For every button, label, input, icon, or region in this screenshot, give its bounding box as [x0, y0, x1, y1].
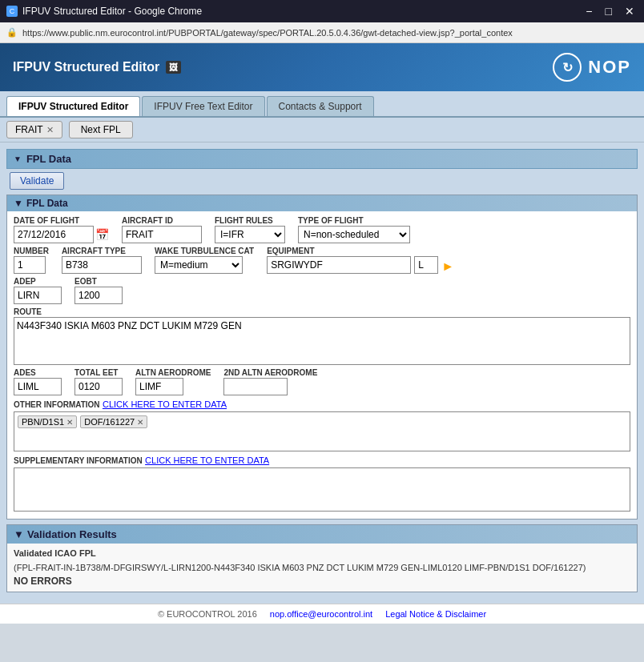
total-eet-input[interactable]: [74, 378, 123, 395]
tag-dof-text: DOF/161227: [84, 417, 135, 427]
sub-tab-frait[interactable]: FRAIT ✕: [6, 121, 62, 138]
validation-content: Validated ICAO FPL (FPL-FRAIT-IN-1B738/M…: [14, 548, 630, 572]
second-altn-label: 2ND ALTN AERODROME: [223, 368, 317, 377]
lock-icon: 🔒: [6, 27, 18, 38]
date-of-flight-group: DATE OF FLIGHT 📅: [14, 216, 109, 243]
fpl-box-header: ▼ FPL Data: [7, 195, 637, 211]
fpl-box-arrow: ▼: [14, 198, 23, 209]
form-row-3: ADEP EOBT: [14, 277, 630, 304]
minimize-button[interactable]: −: [582, 5, 595, 18]
type-of-flight-select[interactable]: N=non-scheduled S=scheduled G=general M=…: [298, 226, 410, 243]
legal-notice-link[interactable]: Legal Notice & Disclaimer: [385, 609, 486, 619]
altn-row: ADES TOTAL EET ALTN AERODROME 2ND ALTN A…: [14, 368, 630, 395]
close-button[interactable]: ✕: [622, 5, 638, 18]
total-eet-group: TOTAL EET: [74, 368, 123, 395]
tag-pbn-remove-icon[interactable]: ✕: [66, 418, 73, 427]
other-info-section: OTHER INFORMATION CLICK HERE TO ENTER DA…: [14, 399, 630, 410]
section-title: FPL Data: [26, 153, 71, 165]
tag-dof-remove-icon[interactable]: ✕: [137, 418, 143, 427]
frait-label: FRAIT: [15, 124, 43, 135]
date-field-wrap: 📅: [14, 226, 109, 243]
nop-logo-text: NOP: [588, 57, 631, 78]
number-group: NUMBER: [14, 247, 49, 274]
tag-pbn: PBN/D1S1 ✕: [18, 415, 77, 428]
frait-close-icon[interactable]: ✕: [46, 125, 54, 135]
tab-ifpuv-free-text-editor[interactable]: IFPUV Free Text Editor: [142, 96, 264, 116]
title-bar: C IFPUV Structured Editor - Google Chrom…: [0, 0, 644, 22]
supp-info-click-link[interactable]: CLICK HERE TO ENTER DATA: [145, 455, 269, 465]
tab-contacts-support[interactable]: Contacts & Support: [267, 96, 374, 116]
other-info-tags-area: PBN/D1S1 ✕ DOF/161227 ✕: [14, 411, 630, 451]
footer: © EUROCONTROL 2016 nop.office@eurocontro…: [0, 604, 644, 624]
no-errors-text: NO ERRORS: [14, 576, 630, 587]
equipment-arrow-icon[interactable]: ►: [441, 259, 454, 274]
app-header: IFPUV Structured Editor 🖼 ↻ NOP: [0, 43, 644, 91]
number-input[interactable]: [14, 256, 46, 274]
sub-tab-bar: FRAIT ✕ Next FPL: [0, 118, 644, 142]
aircraft-type-input[interactable]: [62, 256, 142, 274]
validated-label: Validated ICAO FPL: [14, 548, 96, 558]
adep-group: ADEP: [14, 277, 62, 304]
ades-label: ADES: [14, 368, 62, 377]
flight-rules-label: FLIGHT RULES: [215, 216, 285, 225]
wake-turbulence-select[interactable]: L=light M=medium H=heavy J=super: [155, 256, 243, 274]
section-arrow-icon: ▼: [14, 154, 22, 163]
wake-turbulence-label: WAKE TURBULENCE CAT: [155, 247, 254, 255]
total-eet-label: TOTAL EET: [74, 368, 123, 377]
route-textarea[interactable]: N443F340 ISKIA M603 PNZ DCT LUKIM M729 G…: [14, 317, 630, 365]
form-row-2: NUMBER AIRCRAFT TYPE WAKE TURBULENCE CAT…: [14, 247, 630, 274]
aircraft-id-input[interactable]: [122, 226, 202, 243]
validation-title: Validation Results: [27, 528, 117, 540]
app-title-area: IFPUV Structured Editor 🖼: [13, 60, 181, 74]
calendar-icon[interactable]: 📅: [95, 228, 109, 241]
window-title: IFPUV Structured Editor - Google Chrome: [22, 6, 202, 17]
equipment-label: EQUIPMENT: [267, 247, 454, 255]
supp-info-textarea[interactable]: [14, 467, 630, 512]
aircraft-id-group: AIRCRAFT ID: [122, 216, 202, 243]
altn-label: ALTN AERODROME: [135, 368, 211, 377]
tab-ifpuv-structured-editor[interactable]: IFPUV Structured Editor: [6, 96, 140, 116]
altn-input[interactable]: [135, 378, 183, 395]
altn-group: ALTN AERODROME: [135, 368, 211, 395]
aircraft-id-label: AIRCRAFT ID: [122, 216, 202, 225]
logo-area: ↻ NOP: [553, 53, 631, 82]
date-of-flight-input[interactable]: [14, 226, 94, 243]
route-label: ROUTE: [14, 307, 630, 316]
other-info-click-link[interactable]: CLICK HERE TO ENTER DATA: [103, 399, 227, 409]
address-bar: 🔒 https://www.public.nm.eurocontrol.int/…: [0, 22, 644, 43]
copyright-text: © EUROCONTROL 2016: [158, 609, 257, 619]
adep-label: ADEP: [14, 277, 62, 286]
eobt-group: EOBT: [74, 277, 123, 304]
validation-arrow-icon: ▼: [14, 528, 24, 540]
supp-info-section: SUPPLEMENTARY INFORMATION CLICK HERE TO …: [14, 455, 630, 466]
maximize-button[interactable]: □: [602, 5, 615, 18]
address-text[interactable]: https://www.public.nm.eurocontrol.int/PU…: [22, 28, 638, 38]
wake-turbulence-group: WAKE TURBULENCE CAT L=light M=medium H=h…: [155, 247, 254, 274]
second-altn-group: 2ND ALTN AERODROME: [223, 368, 317, 395]
ades-group: ADES: [14, 368, 62, 395]
validation-header: ▼ Validation Results: [7, 525, 637, 544]
type-of-flight-label: TYPE OF FLIGHT: [298, 216, 410, 225]
email-link[interactable]: nop.office@eurocontrol.int: [270, 609, 372, 619]
fpl-data-section-header: ▼ FPL Data: [6, 149, 638, 169]
flight-rules-select[interactable]: I=IFR V=VFR Y=IFR first Z=VFR first: [215, 226, 285, 243]
eobt-label: EOBT: [74, 277, 123, 286]
flight-rules-group: FLIGHT RULES I=IFR V=VFR Y=IFR first Z=V…: [215, 216, 285, 243]
app-title-text: IFPUV Structured Editor: [13, 60, 159, 74]
adep-input[interactable]: [14, 287, 62, 304]
chrome-icon: C: [6, 6, 18, 17]
second-altn-input[interactable]: [223, 378, 288, 395]
eobt-input[interactable]: [74, 287, 123, 304]
ades-input[interactable]: [14, 378, 62, 395]
validate-button[interactable]: Validate: [10, 172, 64, 190]
equipment-input[interactable]: [267, 256, 411, 274]
next-fpl-button[interactable]: Next FPL: [69, 121, 133, 138]
tab-bar: IFPUV Structured Editor IFPUV Free Text …: [0, 91, 644, 118]
tag-dof: DOF/161227 ✕: [80, 415, 147, 428]
tag-pbn-text: PBN/D1S1: [22, 417, 64, 427]
fpl-box-title: FPL Data: [26, 198, 68, 209]
supp-info-label: SUPPLEMENTARY INFORMATION: [14, 456, 143, 465]
route-group: ROUTE N443F340 ISKIA M603 PNZ DCT LUKIM …: [14, 307, 630, 365]
aircraft-type-group: AIRCRAFT TYPE: [62, 247, 142, 274]
equipment-l-input[interactable]: [414, 256, 438, 274]
